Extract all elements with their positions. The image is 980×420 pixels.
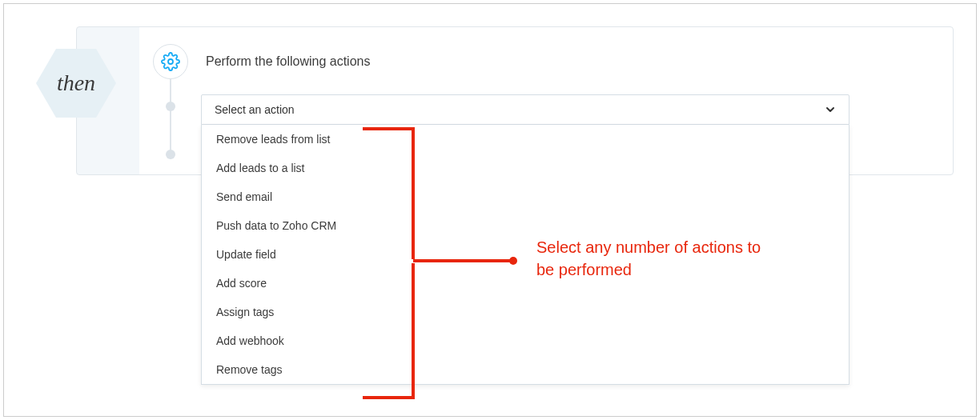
step-badge-then: then [36,49,116,118]
step-badge-label: then [57,70,95,96]
action-option-add-leads-to-list[interactable]: Add leads to a list [202,154,849,182]
timeline-dot-icon [166,150,175,159]
workflow-step-panel: then Perform the following actions Selec… [3,3,977,417]
gear-icon [153,44,188,79]
action-option-assign-tags[interactable]: Assign tags [202,298,849,326]
step-title: Perform the following actions [206,54,370,69]
step-header: Perform the following actions [153,44,954,79]
action-option-add-webhook[interactable]: Add webhook [202,326,849,355]
step-timeline [170,79,171,159]
chevron-down-icon [825,104,836,115]
action-option-remove-tags[interactable]: Remove tags [202,355,849,384]
annotation-text: Select any number of actions to be perfo… [536,236,777,281]
action-option-remove-leads-from-list[interactable]: Remove leads from list [202,125,849,154]
action-dropdown-placeholder: Select an action [215,103,295,116]
action-dropdown-toggle[interactable]: Select an action [201,94,849,125]
svg-point-1 [168,59,173,64]
timeline-dot-icon [166,102,175,111]
action-option-send-email[interactable]: Send email [202,182,849,211]
